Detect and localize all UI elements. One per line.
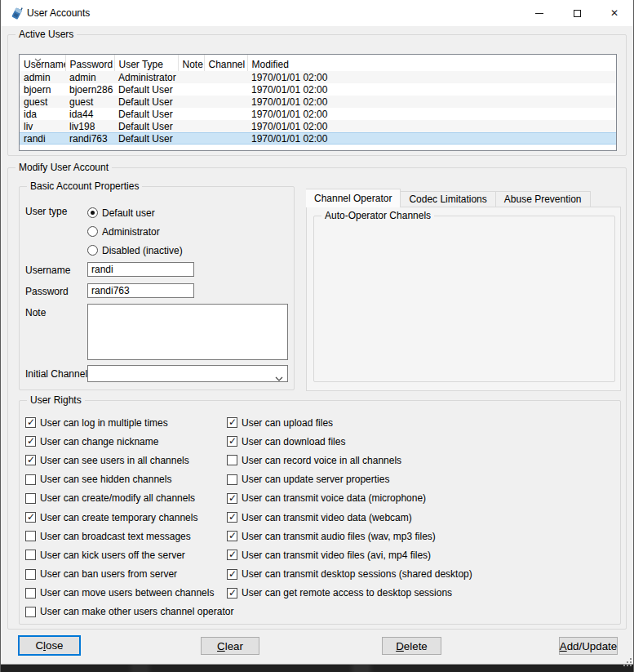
cell-channel bbox=[204, 132, 247, 145]
user-right-row[interactable]: User can transmit video data (webcam) bbox=[227, 508, 472, 527]
clear-button[interactable]: Clear bbox=[201, 637, 259, 655]
checkbox[interactable] bbox=[25, 493, 36, 504]
radio-button[interactable] bbox=[87, 207, 98, 218]
cell-modified: 1970/01/01 02:00 bbox=[247, 96, 616, 108]
checkbox[interactable] bbox=[227, 550, 237, 560]
user-right-row[interactable]: User can get remote access to desktop se… bbox=[227, 584, 472, 603]
checkbox[interactable] bbox=[25, 436, 36, 447]
user-type-radio-row[interactable]: Administrator bbox=[87, 222, 183, 241]
cell-note bbox=[178, 120, 204, 132]
checkbox[interactable] bbox=[25, 455, 36, 465]
checkbox[interactable] bbox=[227, 474, 237, 485]
checkbox-label: User can see users in all channels bbox=[40, 455, 189, 466]
checkbox[interactable] bbox=[227, 588, 237, 599]
checkbox-label: User can transmit voice data (microphone… bbox=[242, 492, 426, 504]
cell-channel bbox=[204, 108, 247, 120]
checkbox[interactable] bbox=[227, 436, 237, 447]
checkbox[interactable] bbox=[25, 588, 36, 599]
user-right-row[interactable]: User can create/modify all channels bbox=[25, 489, 233, 508]
checkbox[interactable] bbox=[25, 474, 36, 485]
user-right-row[interactable]: User can transmit voice data (microphone… bbox=[227, 489, 472, 508]
user-right-row[interactable]: User can change nickname bbox=[25, 432, 233, 451]
checkbox[interactable] bbox=[25, 512, 36, 523]
note-field[interactable] bbox=[87, 304, 288, 360]
close-window-button[interactable] bbox=[596, 0, 633, 26]
checkbox[interactable] bbox=[25, 569, 36, 580]
initial-channel-combobox[interactable] bbox=[87, 365, 288, 382]
table-row[interactable]: admin admin Administrator 1970/01/01 02:… bbox=[20, 71, 616, 83]
user-right-row[interactable]: User can move users between channels bbox=[25, 584, 233, 603]
checkbox-label: User can record voice in all channels bbox=[242, 455, 401, 466]
user-rights-group-label: User Rights bbox=[27, 394, 85, 406]
column-header[interactable]: Modified bbox=[247, 55, 616, 71]
user-right-row[interactable]: User can download files bbox=[227, 432, 472, 451]
user-type-radio-row[interactable]: Disabled (inactive) bbox=[87, 241, 183, 260]
user-right-row[interactable]: User can transmit desktop sessions (shar… bbox=[227, 565, 472, 584]
cell-user-type: Default User bbox=[114, 120, 178, 132]
cell-password: randi763 bbox=[65, 132, 114, 145]
user-right-row[interactable]: User can ban users from server bbox=[25, 565, 233, 584]
table-row[interactable]: ida ida44 Default User 1970/01/01 02:00 bbox=[20, 108, 616, 120]
checkbox[interactable] bbox=[227, 569, 237, 580]
checkbox[interactable] bbox=[25, 531, 36, 541]
checkbox-label: User can transmit desktop sessions (shar… bbox=[242, 568, 472, 580]
user-right-row[interactable]: User can upload files bbox=[227, 413, 472, 432]
tab[interactable]: Channel Operator bbox=[306, 189, 401, 207]
column-header[interactable]: Username bbox=[20, 55, 65, 71]
user-type-radio-row[interactable]: Default user bbox=[87, 203, 183, 222]
maximize-button[interactable] bbox=[558, 0, 596, 26]
checkbox-label: User can create/modify all channels bbox=[40, 492, 195, 504]
checkbox[interactable] bbox=[227, 531, 237, 541]
user-right-row[interactable]: User can kick users off the server bbox=[25, 545, 233, 564]
active-users-table[interactable]: Username Password bbox=[19, 54, 617, 151]
column-header-label: Modified bbox=[252, 59, 289, 70]
radio-button[interactable] bbox=[87, 245, 98, 256]
user-right-row[interactable]: User can make other users channel operat… bbox=[25, 603, 233, 621]
table-row[interactable]: liv liv198 Default User 1970/01/01 02:00 bbox=[20, 120, 616, 132]
user-right-row[interactable]: User can see hidden channels bbox=[25, 470, 233, 489]
column-header[interactable]: Channel bbox=[204, 55, 247, 71]
column-header-label: Username bbox=[24, 59, 65, 70]
tab[interactable]: Codec Limitations bbox=[401, 191, 495, 207]
cell-user-type: Default User bbox=[114, 132, 178, 145]
checkbox[interactable] bbox=[227, 417, 237, 428]
add-update-button[interactable]: Add/Update bbox=[559, 637, 618, 655]
radio-button[interactable] bbox=[87, 226, 98, 237]
user-right-row[interactable]: User can transmit audio files (wav, mp3 … bbox=[227, 527, 472, 545]
cell-password: liv198 bbox=[65, 120, 114, 132]
delete-button[interactable]: Delete bbox=[382, 637, 441, 655]
password-field[interactable] bbox=[87, 283, 194, 298]
username-field[interactable] bbox=[87, 262, 194, 277]
note-label: Note bbox=[25, 307, 46, 318]
checkbox[interactable] bbox=[227, 512, 237, 523]
table-row[interactable]: bjoern bjoern286 Default User 1970/01/01… bbox=[20, 83, 616, 96]
checkbox[interactable] bbox=[25, 607, 36, 617]
checkbox-label: User can transmit audio files (wav, mp3 … bbox=[242, 531, 436, 542]
user-right-row[interactable]: User can update server properties bbox=[227, 470, 472, 489]
user-right-row[interactable]: User can log in multiple times bbox=[25, 413, 233, 432]
cell-password: guest bbox=[65, 96, 114, 108]
checkbox[interactable] bbox=[227, 455, 237, 465]
user-right-row[interactable]: User can transmit video files (avi, mp4 … bbox=[227, 545, 472, 564]
user-right-row[interactable]: User can broadcast text messages bbox=[25, 527, 233, 545]
user-right-row[interactable]: User can record voice in all channels bbox=[227, 451, 472, 470]
user-right-row[interactable]: User can create temporary channels bbox=[25, 508, 233, 527]
cell-modified: 1970/01/01 02:00 bbox=[247, 83, 616, 96]
checkbox[interactable] bbox=[25, 417, 36, 428]
maximize-icon bbox=[574, 10, 581, 17]
table-row[interactable]: guest guest Default User 1970/01/01 02:0… bbox=[20, 96, 616, 108]
checkbox[interactable] bbox=[227, 493, 237, 504]
cell-note bbox=[178, 108, 204, 120]
user-right-row[interactable]: User can see users in all channels bbox=[25, 451, 233, 470]
minimize-button[interactable] bbox=[521, 0, 558, 26]
column-header[interactable]: Note bbox=[178, 55, 204, 71]
resize-grip[interactable] bbox=[623, 657, 633, 670]
checkbox[interactable] bbox=[25, 550, 36, 560]
password-label: Password bbox=[25, 286, 69, 297]
column-header[interactable]: User Type bbox=[114, 55, 178, 71]
cell-modified: 1970/01/01 02:00 bbox=[247, 120, 616, 132]
close-button[interactable]: Close bbox=[18, 635, 81, 656]
table-row[interactable]: randi randi763 Default User 1970/01/01 0… bbox=[20, 132, 616, 145]
column-header[interactable]: Password bbox=[65, 55, 114, 71]
tab[interactable]: Abuse Prevention bbox=[496, 191, 591, 207]
